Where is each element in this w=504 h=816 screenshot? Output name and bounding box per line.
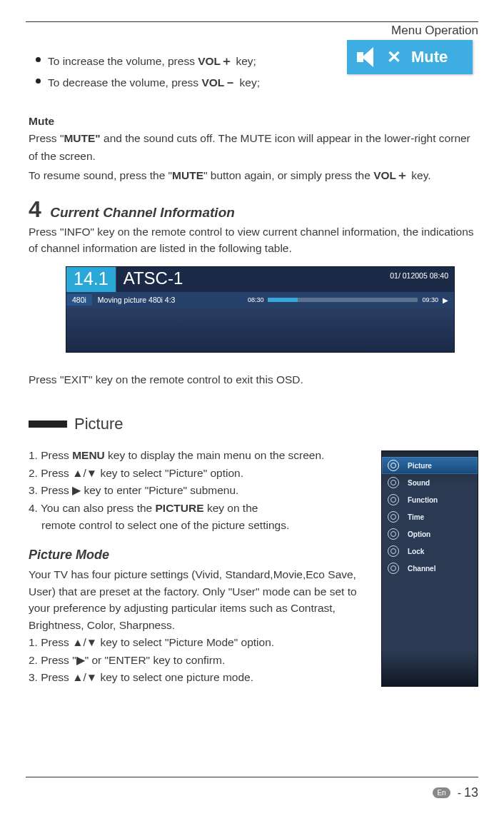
menu-item-sound[interactable]: Sound [382, 474, 478, 491]
footer-rule [26, 777, 478, 777]
mute-key: MUTE [172, 169, 203, 181]
lock-menu-icon [388, 545, 399, 557]
footer-dash: - [458, 787, 461, 800]
text: 4. You can also press the [29, 502, 156, 514]
bullet-icon [36, 57, 41, 62]
menu-item-label: Channel [408, 565, 435, 573]
osd-progress-bar [268, 298, 418, 302]
section-number: 4 [29, 196, 41, 222]
mode-step-3: 3. Press ▲/▼ key to select one picture m… [29, 669, 378, 686]
mode-step-2: 2. Press "▶" or "ENTER" key to confirm. [29, 652, 378, 669]
text: To increase the volume, press [48, 55, 198, 67]
osd-program-title: Moving picture 480i 4:3 [98, 296, 176, 304]
mute-osd-badge: ✕ Mute [347, 40, 473, 74]
step-2: 2. Press ▲/▼ key to select "Picture" opt… [29, 465, 378, 482]
mute-heading: Mute [29, 115, 54, 127]
picture-heading-row: Picture [29, 415, 478, 433]
plus-symbol: ＋ [396, 168, 408, 182]
osd-start-time: 08:30 [248, 296, 264, 303]
text: To decrease the volume, press [48, 76, 201, 89]
play-icon: ▶ [443, 296, 448, 304]
picture-mode-desc: Your TV has four picture settings (Vivid… [29, 566, 378, 633]
section-title: Current Channel Information [50, 205, 235, 220]
vol-key: VOL [201, 76, 224, 89]
osd-body [66, 308, 454, 352]
menu-item-time[interactable]: Time [382, 508, 478, 525]
bullet-icon [36, 79, 41, 84]
page-footer: En - 13 [433, 785, 478, 800]
mute-cross-icon: ✕ [387, 47, 401, 67]
minus-symbol: － [224, 76, 236, 89]
heading-bar-icon [29, 420, 67, 428]
osd-resolution: 480i [66, 294, 92, 306]
vol-key: VOL [198, 55, 221, 67]
menu-item-label: Time [408, 513, 424, 521]
menu-item-label: Picture [408, 462, 432, 470]
picture-mode-heading: Picture Mode [29, 545, 378, 565]
text: key; [233, 55, 256, 67]
menu-item-lock[interactable]: Lock [382, 543, 478, 560]
exit-instruction: Press "EXIT" key on the remote control t… [29, 371, 478, 389]
text: 1. Press [29, 449, 72, 461]
menu-item-label: Sound [408, 479, 430, 487]
menu-item-option[interactable]: Option [382, 525, 478, 543]
menu-key: MENU [72, 449, 105, 461]
picture-key: PICTURE [156, 502, 204, 514]
menu-item-label: Function [408, 496, 438, 504]
osd-channel-name: ATSC-1 [116, 267, 390, 292]
main-menu-osd: Picture Sound Function Time Option Lock [381, 450, 478, 687]
function-menu-icon [388, 494, 399, 505]
step-4b: remote control to select one of the pict… [41, 517, 378, 534]
osd-datetime: 01/ 012005 08:40 [390, 267, 454, 280]
mute-key: MUTE" [64, 132, 100, 144]
menu-item-picture[interactable]: Picture [382, 457, 478, 474]
osd-channel-number: 14.1 [66, 267, 116, 292]
sound-menu-icon [388, 477, 399, 488]
menu-item-function[interactable]: Function [382, 491, 478, 508]
step-3: 3. Press ▶ key to enter "Picture" submen… [29, 482, 378, 499]
text: key to display the main menu on the scre… [105, 449, 325, 461]
channel-menu-icon [388, 563, 399, 574]
menu-item-channel[interactable]: Channel [382, 560, 478, 577]
osd-end-time: 09:30 [422, 296, 438, 303]
speaker-icon [356, 44, 384, 70]
menu-item-label: Option [408, 530, 430, 538]
vol-key: VOL [373, 169, 396, 181]
option-menu-icon [388, 528, 399, 540]
text: To resume sound, press the " [29, 169, 172, 181]
channel-info-osd: 14.1 ATSC-1 01/ 012005 08:40 480i Moving… [66, 266, 455, 353]
section-desc: Press "INFO" key on the remote control t… [29, 224, 478, 256]
page-number: 13 [464, 785, 478, 800]
time-menu-icon [388, 511, 399, 523]
text: Press " [29, 132, 64, 144]
plus-symbol: ＋ [221, 54, 233, 68]
mute-badge-label: Mute [411, 48, 448, 66]
text: key. [408, 169, 431, 181]
picture-heading: Picture [74, 415, 123, 433]
menu-item-label: Lock [408, 548, 424, 555]
picture-menu-icon [388, 460, 399, 471]
text: key on the [204, 502, 258, 514]
text: " button again, or simply press the [203, 169, 373, 181]
mode-step-1: 1. Press ▲/▼ key to select "Picture Mode… [29, 634, 378, 651]
language-badge: En [433, 787, 450, 798]
bullet-decrease-volume: To decrease the volume, press VOL－ key; [29, 74, 478, 92]
text: key; [236, 76, 260, 89]
